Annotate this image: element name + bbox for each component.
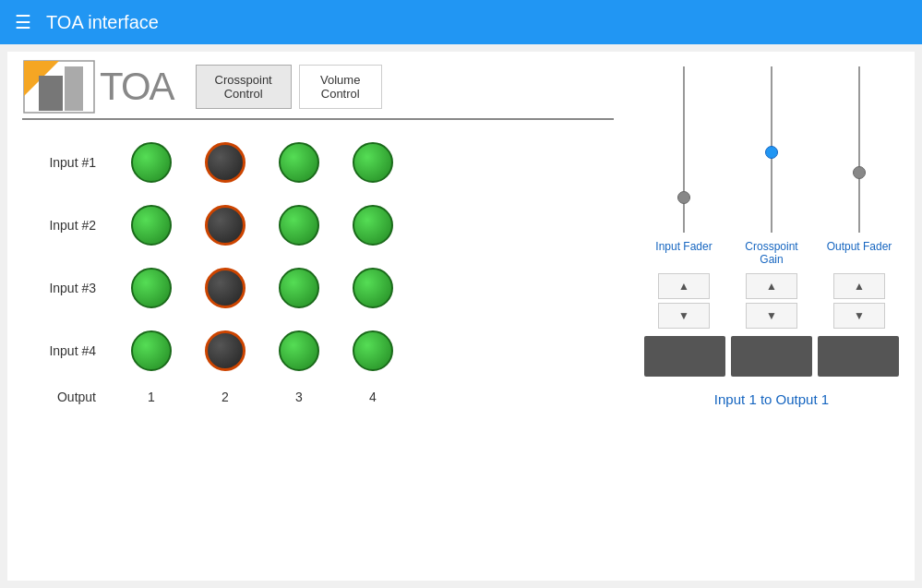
crosspoint-gain-up[interactable]: ▲: [746, 273, 797, 299]
output-fader-handle[interactable]: [853, 166, 866, 179]
menu-icon[interactable]: ☰: [15, 11, 31, 33]
dot-2-4[interactable]: [336, 205, 410, 246]
logo-graphic: [22, 59, 96, 114]
dot-1-4[interactable]: [336, 142, 410, 183]
crosspoint-gain-handle[interactable]: [765, 146, 778, 159]
input2-label: Input #2: [22, 218, 114, 233]
col-label-2: 2: [188, 390, 262, 404]
dot-3-1[interactable]: [114, 268, 188, 308]
output-fader-col: Output Fader: [816, 66, 904, 266]
dot-3-3[interactable]: [262, 268, 336, 308]
tab-crosspoint[interactable]: CrosspointControl: [196, 65, 292, 109]
input-fader-value: [644, 336, 725, 377]
crosspoint-gain-value: [731, 336, 812, 377]
output-fader-down[interactable]: ▼: [833, 303, 885, 329]
left-panel: TOA CrosspointControl VolumeControl Inpu…: [7, 52, 629, 581]
input-fader-col: Input Fader: [641, 66, 728, 266]
values-area: [636, 336, 907, 377]
crosspoint-grid: Input #1 Input #2 Input #3: [22, 131, 614, 404]
crosspoint-gain-track[interactable]: [771, 66, 772, 233]
dot-1-3[interactable]: [262, 142, 336, 183]
dot-3-2[interactable]: [188, 268, 262, 308]
grid-row-input4: Input #4: [22, 319, 614, 382]
output-fader-track[interactable]: [858, 66, 860, 233]
app-title: TOA interface: [46, 12, 159, 33]
tab-volume[interactable]: VolumeControl: [299, 65, 382, 109]
input-fader-up[interactable]: ▲: [658, 273, 710, 299]
dot-2-2[interactable]: [188, 205, 262, 246]
crosspoint-gain-col: CrosspointGain: [728, 66, 816, 266]
tabs: CrosspointControl VolumeControl: [196, 65, 382, 109]
input-fader-label: Input Fader: [655, 240, 712, 253]
output-fader-label: Output Fader: [827, 240, 892, 253]
input1-label: Input #1: [22, 155, 114, 170]
output-fader-value: [818, 336, 899, 377]
logo-text: TOA: [100, 65, 174, 109]
output-fader-controls: ▲ ▼: [816, 273, 904, 329]
main-panel: TOA CrosspointControl VolumeControl Inpu…: [7, 52, 915, 581]
footer-row: Output 1 2 3 4: [22, 390, 614, 404]
input-fader-controls: ▲ ▼: [641, 273, 728, 329]
input-fader-handle[interactable]: [677, 191, 690, 204]
dot-3-4[interactable]: [336, 268, 410, 308]
crosspoint-gain-label: CrosspointGain: [745, 240, 797, 266]
input-fader-track[interactable]: [683, 66, 685, 233]
toa-logo: TOA: [22, 59, 174, 114]
dot-1-1[interactable]: [114, 142, 188, 183]
dot-4-4[interactable]: [336, 330, 410, 371]
svg-rect-2: [39, 76, 63, 111]
dot-2-1[interactable]: [114, 205, 188, 246]
col-label-3: 3: [262, 390, 336, 404]
grid-row-input3: Input #3: [22, 257, 614, 319]
col-label-1: 1: [114, 390, 188, 404]
titlebar: ☰ TOA interface: [0, 0, 922, 44]
crosspoint-gain-down[interactable]: ▼: [746, 303, 797, 329]
output-fader-up[interactable]: ▲: [833, 273, 885, 299]
svg-rect-3: [65, 66, 83, 111]
crosspoint-gain-controls: ▲ ▼: [728, 273, 816, 329]
header-row: TOA CrosspointControl VolumeControl: [22, 59, 614, 114]
dot-1-2[interactable]: [188, 142, 262, 183]
input-fader-down[interactable]: ▼: [658, 303, 710, 329]
status-text: Input 1 to Output 1: [714, 391, 829, 407]
dot-4-3[interactable]: [262, 330, 336, 371]
col-label-4: 4: [336, 390, 410, 404]
divider: [22, 118, 614, 120]
dot-4-1[interactable]: [114, 330, 188, 371]
faders-area: Input Fader CrosspointGain Output Fader: [636, 66, 907, 266]
input4-label: Input #4: [22, 343, 114, 358]
right-panel: Input Fader CrosspointGain Output Fader …: [629, 52, 915, 581]
controls-area: ▲ ▼ ▲ ▼ ▲ ▼: [636, 273, 907, 329]
grid-row-input1: Input #1: [22, 131, 614, 194]
input3-label: Input #3: [22, 281, 114, 295]
dot-4-2[interactable]: [188, 330, 262, 371]
dot-2-3[interactable]: [262, 205, 336, 246]
output-label: Output: [22, 390, 114, 404]
grid-row-input2: Input #2: [22, 194, 614, 257]
